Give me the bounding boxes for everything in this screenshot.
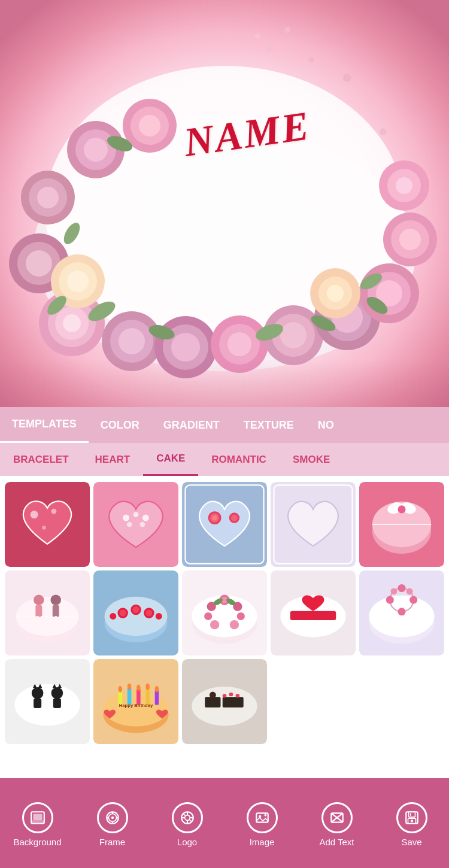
svg-point-67: [42, 526, 46, 530]
toolbar-logo[interactable]: Logo: [150, 802, 224, 847]
thumbnail-13[interactable]: [182, 659, 267, 744]
tab-row-1: TEMPLATES COLOR GRADIENT TEXTURE NO: [0, 407, 449, 443]
svg-point-77: [212, 515, 217, 521]
svg-point-119: [230, 620, 239, 629]
thumbnail-12[interactable]: Happy Birthday: [93, 659, 178, 744]
toolbar-background[interactable]: Background: [0, 802, 75, 847]
toolbar-image[interactable]: Image: [224, 802, 299, 847]
thumbnail-5[interactable]: [359, 482, 444, 567]
svg-point-102: [120, 610, 126, 617]
bottom-panel: TEMPLATES COLOR GRADIENT TEXTURE NO BRAC…: [0, 407, 449, 778]
svg-point-58: [308, 57, 314, 63]
tab-bracelet[interactable]: BRACELET: [0, 443, 82, 476]
svg-point-166: [210, 692, 216, 699]
svg-point-107: [110, 613, 116, 620]
tab-smoke[interactable]: SMOKE: [280, 443, 343, 476]
svg-rect-146: [53, 699, 61, 708]
svg-point-47: [327, 285, 344, 302]
thumbnail-3[interactable]: [182, 482, 267, 567]
tab-color[interactable]: COLOR: [89, 407, 151, 443]
thumbnail-4[interactable]: [271, 482, 356, 567]
svg-point-57: [266, 44, 273, 51]
svg-point-169: [236, 694, 240, 698]
svg-rect-96: [53, 605, 59, 617]
svg-point-143: [51, 687, 63, 699]
tab-row-2: BRACELET HEART CAKE ROMANTIC SMOKE: [0, 443, 449, 476]
thumbnail-1[interactable]: [5, 482, 90, 567]
svg-point-93: [34, 594, 44, 605]
svg-point-71: [142, 515, 149, 521]
svg-point-168: [229, 693, 233, 697]
svg-point-73: [140, 522, 145, 527]
svg-point-29: [37, 187, 59, 208]
add-text-label: Add Text: [319, 837, 354, 847]
svg-point-63: [284, 27, 290, 33]
svg-point-65: [31, 511, 38, 518]
tab-heart[interactable]: HEART: [82, 443, 144, 476]
svg-point-130: [398, 584, 405, 592]
svg-point-128: [369, 596, 434, 638]
svg-point-41: [139, 115, 160, 136]
svg-point-158: [145, 683, 150, 690]
svg-point-5: [63, 314, 81, 332]
svg-line-186: [183, 814, 186, 816]
image-label: Image: [250, 837, 275, 847]
svg-rect-142: [34, 699, 41, 708]
thumbnail-11[interactable]: [5, 659, 90, 744]
save-label: Save: [401, 837, 421, 847]
svg-point-26: [26, 250, 52, 277]
background-icon: [22, 802, 53, 833]
svg-rect-171: [33, 814, 42, 821]
tab-no[interactable]: NO: [306, 407, 346, 443]
thumbnail-9[interactable]: [271, 570, 356, 655]
thumbnail-2[interactable]: [93, 482, 178, 567]
logo-icon: [172, 802, 203, 833]
svg-rect-94: [35, 605, 42, 617]
svg-point-155: [119, 686, 123, 693]
toolbar-frame[interactable]: Frame: [75, 802, 150, 847]
svg-point-167: [223, 694, 227, 698]
tab-texture[interactable]: TEXTURE: [232, 407, 306, 443]
tab-cake[interactable]: CAKE: [143, 443, 198, 476]
tab-gradient[interactable]: GRADIENT: [151, 407, 232, 443]
svg-point-149: [103, 690, 168, 726]
frame-label: Frame: [99, 837, 125, 847]
toolbar-add-text[interactable]: Add Text: [299, 802, 374, 847]
svg-point-59: [343, 74, 351, 82]
svg-point-69: [123, 515, 129, 521]
svg-point-38: [84, 138, 108, 162]
svg-point-189: [259, 815, 261, 818]
svg-point-196: [410, 820, 412, 822]
tab-romantic[interactable]: ROMANTIC: [198, 443, 280, 476]
toolbar-save[interactable]: Save: [374, 802, 449, 847]
thumbnails-grid: Happy Birthday: [0, 476, 449, 750]
svg-rect-165: [223, 697, 244, 707]
image-icon: [247, 802, 278, 833]
svg-point-72: [127, 522, 132, 527]
svg-point-14: [227, 332, 251, 356]
bottom-toolbar: Background Frame: [0, 778, 449, 868]
svg-point-157: [136, 685, 141, 691]
svg-point-159: [155, 686, 159, 693]
svg-point-131: [409, 596, 417, 604]
svg-point-116: [204, 612, 212, 620]
svg-rect-194: [408, 812, 415, 817]
svg-point-106: [145, 610, 152, 617]
save-icon: [396, 802, 427, 833]
thumbnail-6[interactable]: [5, 570, 90, 655]
svg-point-11: [171, 333, 200, 362]
svg-point-8: [119, 328, 145, 354]
svg-rect-164: [205, 697, 220, 707]
background-label: Background: [13, 837, 61, 847]
svg-text:Happy Birthday: Happy Birthday: [119, 703, 153, 708]
thumbnail-7[interactable]: [93, 570, 178, 655]
svg-point-175: [111, 817, 113, 819]
svg-point-35: [396, 177, 412, 194]
svg-point-70: [134, 512, 139, 517]
svg-point-156: [128, 683, 132, 690]
thumbnail-10[interactable]: [359, 570, 444, 655]
svg-point-181: [184, 815, 190, 821]
thumbnail-8[interactable]: [182, 570, 267, 655]
svg-point-133: [398, 608, 405, 615]
tab-templates[interactable]: TEMPLATES: [0, 407, 89, 443]
